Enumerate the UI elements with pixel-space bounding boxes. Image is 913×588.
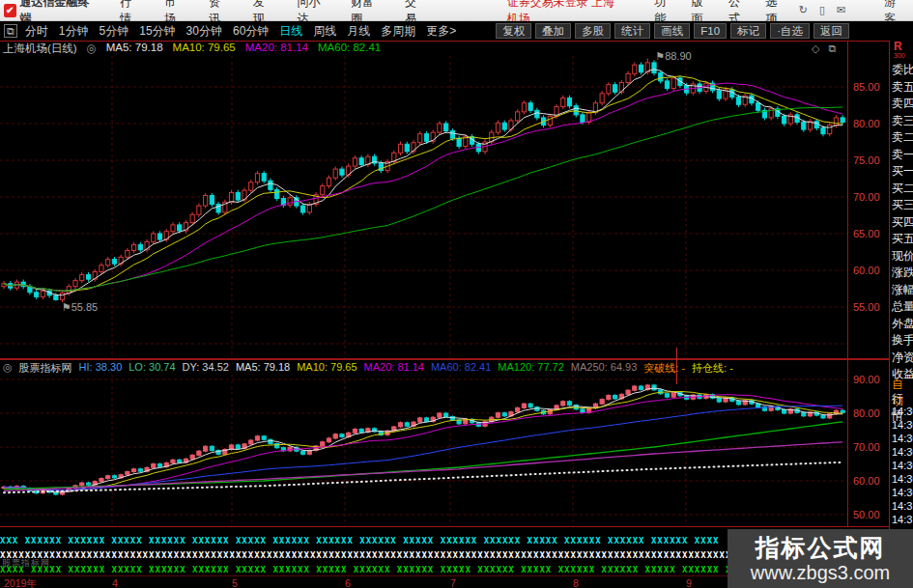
orderbook-label: 买一 [892, 163, 913, 181]
indicator-name[interactable]: 股票指标网 [19, 361, 72, 376]
period-tab[interactable]: 更多> [426, 23, 456, 40]
toolbar-button[interactable]: 复权 [496, 23, 531, 39]
period-tabs: 分时1分钟5分钟15分钟30分钟60分钟日线周线月线多周期更多> [25, 23, 456, 40]
chart-title: 上海机场(日线) [3, 42, 77, 56]
timeline-label: 5 [232, 577, 238, 588]
toolbar-button[interactable]: 多股 [575, 23, 611, 39]
diamond-marker-icon[interactable]: ◇ [812, 42, 819, 55]
svg-text:90.00: 90.00 [853, 374, 880, 385]
orderbook-label: 净资 [892, 350, 913, 367]
indicator-value: LO: 30.74 [128, 361, 175, 376]
quote-sidebar: R 300 委比卖五卖四卖三卖二卖一买一买二买三买四买五现价涨跌涨幅总量外盘换手… [889, 41, 913, 588]
ma-values: MA5: 79.18MA10: 79.65MA20: 81.14MA60: 82… [106, 42, 381, 56]
chart-toolbar-buttons: 复权叠加多股统计画线F10标记·自选返回 [496, 23, 849, 39]
period-tab[interactable]: 1分钟 [59, 23, 89, 40]
toolbar-button[interactable]: 标记 [730, 23, 766, 39]
orderbook-label: 买二 [892, 181, 913, 198]
indicator-value: HI: 38.30 [79, 361, 123, 376]
tick-time: 14:30 [892, 459, 913, 472]
main-chart-canvas[interactable]: 85.0080.0075.0070.0065.0060.0055.00⚑55.8… [0, 41, 889, 359]
period-tab[interactable]: 日线 [279, 23, 302, 40]
orderbook-label: 卖五 [892, 79, 913, 97]
signal-row-white: XXXXXXXXXXXXXXXXXXXXXXXXXXXXXXXXXXXXXXXX… [0, 550, 736, 560]
indicator-value: DY: 34.52 [183, 361, 229, 376]
svg-text:50.00: 50.00 [853, 509, 880, 520]
overlay-window-icon[interactable]: ⧉ [828, 42, 836, 55]
tick-time: 14:30 [892, 418, 913, 432]
period-tab[interactable]: 月线 [347, 23, 370, 40]
collapse-icon[interactable]: ◎ [3, 361, 13, 376]
tick-time: 14:30 [892, 445, 913, 459]
watermark-url: www.zbgs3.com [751, 561, 891, 584]
period-toolbar: ⧉ 分时1分钟5分钟15分钟30分钟60分钟日线周线月线多周期更多> 复权叠加多… [0, 21, 913, 41]
collapse-icon[interactable]: ◎ [87, 42, 97, 56]
toolbar-button[interactable]: ·自选 [770, 23, 810, 39]
period-tab[interactable]: 60分钟 [233, 23, 269, 40]
orderbook-label: 换手 [892, 332, 913, 350]
tdx-terminal-window: ✔ 通达信金融终端 行情市场资讯发现问小达财富圈交易 证券交易未登录 上海机场 … [0, 0, 913, 588]
svg-text:60.00: 60.00 [853, 475, 880, 487]
svg-text:80.00: 80.00 [853, 118, 880, 129]
ma-label: MA20: 81.14 [245, 42, 308, 56]
site-watermark: 指标公式网 www.zbgs3.com [728, 529, 913, 588]
signal-row-cyan: XXX XXXXXX XXXXXX XXXXX XXXXXX XXXXXX XX… [0, 536, 736, 546]
window-layout-icon[interactable]: ⧉ [4, 24, 17, 38]
indicator-values: HI: 38.30LO: 30.74DY: 34.52MA5: 79.18MA1… [79, 361, 733, 376]
indicator-value: MA250: 64.93 [571, 361, 638, 376]
faint-watermark: 股票指标网 [2, 557, 50, 570]
toolbar-button[interactable]: 返回 [813, 23, 849, 39]
margin-badge: R [894, 42, 902, 52]
orderbook-label: 卖四 [892, 96, 913, 113]
ma-label: MA10: 79.65 [173, 42, 236, 56]
tdx-logo-icon: ✔ [4, 4, 16, 17]
toolbar-button[interactable]: F10 [694, 23, 727, 39]
toolbar-button[interactable]: 统计 [614, 23, 650, 39]
orderbook-label: 买四 [892, 214, 913, 232]
main-chart-corner-icons: ◇ ⧉ [812, 42, 836, 55]
ma-label: MA60: 82.41 [318, 42, 381, 56]
period-tab[interactable]: 5分钟 [100, 23, 129, 40]
timeline-label: 8 [573, 577, 579, 588]
indicator-value: 持仓线: - [692, 361, 733, 376]
tick-time: 14:30 [892, 486, 913, 499]
orderbook-label: 卖一 [892, 147, 913, 164]
svg-text:⚑88.90: ⚑88.90 [655, 50, 691, 62]
indicator-value: MA5: 79.18 [236, 361, 290, 376]
period-tab[interactable]: 30分钟 [186, 23, 222, 40]
indicator-value: MA60: 82.41 [431, 361, 491, 376]
toolbar-button[interactable]: 画线 [654, 23, 690, 39]
mail-icon[interactable]: ✉ [837, 4, 845, 16]
tick-time: 14:31 [892, 513, 913, 526]
signal-row-green: XXXX XXXXX XXXXXX XXXXX XXXXXX XXXXXX XX… [0, 565, 736, 574]
main-chart-header: 上海机场(日线) ◎ MA5: 79.18MA10: 79.65MA20: 81… [3, 42, 381, 56]
indicator-value: MA20: 81.14 [364, 361, 424, 376]
tick-time: 14:30 [892, 472, 913, 486]
period-tab[interactable]: 周线 [313, 23, 336, 40]
tick-time: 14:30 [892, 405, 913, 418]
orderbook-labels: 委比卖五卖四卖三卖二卖一买一买二买三买四买五现价涨跌涨幅总量外盘换手净资收益 [892, 62, 913, 383]
svg-text:70.00: 70.00 [853, 191, 880, 203]
indicator-chart-canvas[interactable]: 90.0080.0070.0060.0050.00 [0, 359, 889, 527]
ma-label: MA5: 79.18 [106, 42, 163, 56]
menubar: ✔ 通达信金融终端 行情市场资讯发现问小达财富圈交易 证券交易未登录 上海机场 … [0, 0, 913, 21]
svg-text:75.00: 75.00 [853, 154, 880, 166]
signal-rows: XXX XXXXXX XXXXXX XXXXX XXXXXX XXXXXX XX… [0, 527, 736, 575]
period-tab[interactable]: 15分钟 [139, 23, 175, 40]
mobile-icon[interactable]: ▯ [819, 4, 825, 16]
timeline-label: 9 [686, 577, 692, 588]
toolbar-button[interactable]: 叠加 [535, 23, 571, 39]
orderbook-label: 涨跌 [892, 265, 913, 282]
orderbook-label: 委比 [892, 62, 913, 79]
orderbook-label: 涨幅 [892, 282, 913, 299]
svg-text:70.00: 70.00 [853, 441, 880, 453]
tick-time: 14:30 [892, 432, 913, 445]
timeline-label: 7 [450, 577, 456, 588]
watermark-title: 指标公式网 [756, 534, 886, 561]
period-tab[interactable]: 多周期 [381, 23, 415, 40]
period-tab[interactable]: 分时 [25, 23, 48, 40]
refresh-icon[interactable]: ↻ [799, 4, 808, 16]
timeline-label: 2019年 [4, 577, 37, 588]
svg-text:80.00: 80.00 [853, 407, 880, 419]
indicator-value: MA120: 77.72 [498, 361, 564, 376]
orderbook-label: 总量 [892, 298, 913, 316]
